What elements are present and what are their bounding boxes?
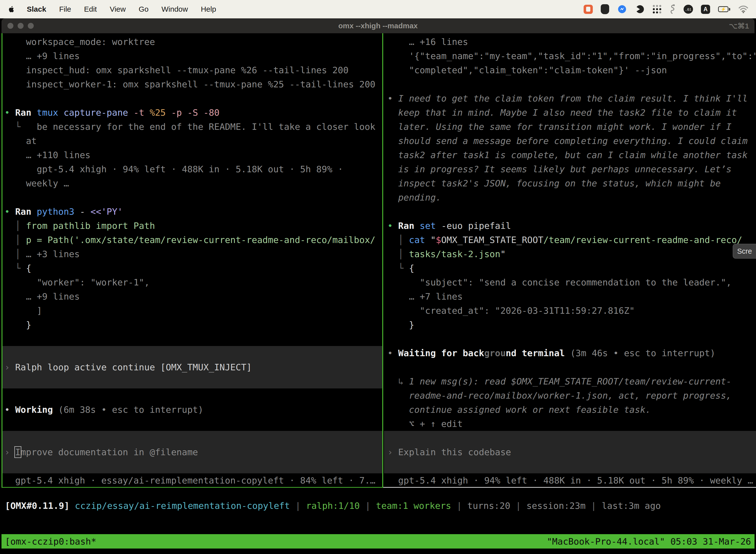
terminal-line: ⌥ + ↑ edit bbox=[384, 417, 756, 431]
apple-menu-icon[interactable] bbox=[8, 5, 16, 13]
menu-item-window[interactable]: Window bbox=[162, 5, 188, 13]
battery-icon[interactable]: ⚡ bbox=[718, 6, 730, 12]
text-segment: | bbox=[290, 501, 306, 511]
text-segment: › bbox=[4, 447, 15, 457]
tmux-status-bar: [omx-cczip0:bash* "MacBook-Pro-44.local"… bbox=[1, 534, 755, 549]
terminal-line: at bbox=[2, 134, 382, 148]
terminal-line: "worker": "worker-1", bbox=[2, 275, 382, 289]
terminal-line bbox=[2, 388, 382, 403]
menu-item-view[interactable]: View bbox=[110, 5, 126, 13]
terminal-line: workspace_mode: worktree bbox=[2, 35, 382, 49]
menu-item-edit[interactable]: Edit bbox=[84, 5, 97, 13]
text-segment: task2 after task1 is complete, but can I… bbox=[387, 150, 748, 160]
text-segment: │ bbox=[387, 249, 409, 259]
terminal-line: } bbox=[384, 318, 756, 332]
terminal-line: • Waiting for background terminal (3m 46… bbox=[384, 346, 756, 360]
squiggle-icon[interactable] bbox=[669, 4, 676, 14]
text-segment: › bbox=[4, 362, 15, 372]
terminal-line: task2 after task1 is complete, but can I… bbox=[384, 148, 756, 162]
prompt-suggestion-left[interactable]: › Improve documentation in @filename bbox=[2, 431, 382, 473]
text-segment: weekly … bbox=[4, 178, 69, 188]
terminal-line: later. Using the same for transition mig… bbox=[384, 120, 756, 134]
text-segment: set bbox=[420, 221, 441, 231]
text-segment: • bbox=[4, 107, 15, 118]
text-segment: workspace_mode: worktree bbox=[4, 37, 155, 47]
menu-item-help[interactable]: Help bbox=[201, 5, 216, 13]
terminal-line: continue assigned work or next feasible … bbox=[384, 403, 756, 417]
input-source-icon[interactable]: A bbox=[701, 5, 710, 14]
keyboard-shield-icon[interactable] bbox=[601, 4, 609, 14]
text-segment: <<'PY' bbox=[90, 207, 123, 217]
text-segment: | bbox=[360, 501, 376, 511]
terminal-line bbox=[384, 360, 756, 374]
menu-item-file[interactable]: File bbox=[59, 5, 71, 13]
terminal-line: └ be necessary for the end of the README… bbox=[2, 120, 382, 134]
terminal-line: │ p = Path('.omx/state/team/review-curre… bbox=[2, 233, 382, 247]
text-segment: -euo pipefail bbox=[441, 221, 511, 231]
text-segment: (3m 46s • esc to interrupt) bbox=[570, 348, 715, 358]
terminal-line: … +9 lines bbox=[2, 49, 382, 63]
text-segment: { bbox=[409, 263, 415, 273]
text-segment: Ran bbox=[398, 221, 420, 231]
text-segment: │ bbox=[4, 235, 26, 245]
text-segment: (6m 38s • esc to interrupt) bbox=[58, 404, 203, 415]
pane-border-bottom-right bbox=[383, 487, 756, 488]
wifi-icon[interactable] bbox=[738, 5, 749, 13]
screen-record-icon[interactable] bbox=[584, 5, 593, 14]
text-segment: " bbox=[430, 235, 436, 245]
minimize-button[interactable] bbox=[18, 23, 23, 29]
text-segment: └ bbox=[387, 263, 409, 273]
text-segment: … +110 lines bbox=[4, 150, 90, 160]
terminal-line: inspect_hud: omx sparkshell --tmux-pane … bbox=[2, 63, 382, 77]
terminal-line: └ { bbox=[2, 261, 382, 275]
text-segment: later. Using the same for transition mig… bbox=[387, 122, 732, 132]
text-segment: └ bbox=[4, 122, 37, 132]
text-segment: %25 bbox=[149, 107, 171, 118]
text-segment: OMX_TEAM_STATE_ROOT bbox=[441, 235, 544, 245]
messenger-icon[interactable] bbox=[617, 4, 627, 14]
text-segment: is in progress? It seems likely but perh… bbox=[387, 164, 732, 174]
terminal-line: • Ran python3 - <<'PY' bbox=[2, 205, 382, 219]
dots-grid-icon[interactable] bbox=[653, 5, 661, 13]
text-segment: Ran bbox=[15, 107, 37, 118]
text-segment: capture-pane bbox=[63, 107, 133, 118]
gauge-icon[interactable]: ..61 bbox=[684, 5, 693, 14]
pie-wedge-icon[interactable] bbox=[635, 4, 645, 14]
terminal-line: weekly … bbox=[2, 176, 382, 190]
text-segment: inspect task2's JSON, focusing on the st… bbox=[387, 178, 721, 188]
menu-item-go[interactable]: Go bbox=[139, 5, 148, 13]
text-segment: Waiting for back bbox=[398, 348, 484, 358]
menu-items: FileEditViewGoWindowHelp bbox=[59, 5, 229, 13]
window-shortcut-badge: ⌥⌘1 bbox=[729, 21, 749, 30]
terminal-line bbox=[2, 332, 382, 346]
ralph-loop-banner[interactable]: › Ralph loop active continue [OMX_TMUX_I… bbox=[2, 346, 382, 388]
text-segment: "created_at": "2026-03-31T11:59:27.816Z" bbox=[387, 306, 635, 316]
terminal-line: ↳ 1 new msg(s): read $OMX_TEAM_STATE_ROO… bbox=[384, 374, 756, 388]
prompt-suggestion-right[interactable]: › Explain this codebase bbox=[384, 431, 756, 473]
text-segment: └ bbox=[4, 263, 26, 273]
terminal-line: gpt-5.4 xhigh · 94% left · 488K in · 5.1… bbox=[2, 162, 382, 176]
terminal-line: │ … +3 lines bbox=[2, 247, 382, 261]
terminal-line: • Ran tmux capture-pane -t %25 -p -S -80 bbox=[2, 106, 382, 120]
text-segment: I need to get the claim token from the c… bbox=[398, 93, 748, 104]
text-segment: /team/review-current-readme-and-reco/ bbox=[544, 235, 742, 245]
terminal-line: should send a message before completing … bbox=[384, 134, 756, 148]
close-button[interactable] bbox=[7, 23, 13, 29]
terminal-line: │ tasks/task-2.json" bbox=[384, 247, 756, 261]
text-segment: be necessary for the end of the README. … bbox=[37, 122, 375, 132]
text-segment: › bbox=[387, 447, 398, 457]
terminal-line bbox=[384, 77, 756, 91]
gauge-label: ..61 bbox=[685, 7, 691, 11]
text-segment: nd terminal bbox=[506, 348, 570, 358]
text-segment: "completed","claim_token":"claim-token"}… bbox=[387, 65, 667, 75]
terminal-line: │ cat "$OMX_TEAM_STATE_ROOT/team/review-… bbox=[384, 233, 756, 247]
terminal-line: inspect task2's JSON, focusing on the st… bbox=[384, 176, 756, 190]
menu-item-app[interactable]: Slack bbox=[27, 5, 46, 13]
pane-divider[interactable] bbox=[382, 33, 383, 488]
terminal-line: … +7 lines bbox=[384, 289, 756, 303]
text-segment: session:23m bbox=[526, 501, 585, 511]
text-segment: gpt-5.4 xhigh · 94% left · 488K in · 5.1… bbox=[387, 475, 753, 486]
text-segment: -t bbox=[133, 107, 149, 118]
text-segment: • bbox=[387, 221, 398, 231]
zoom-button[interactable] bbox=[28, 23, 34, 29]
